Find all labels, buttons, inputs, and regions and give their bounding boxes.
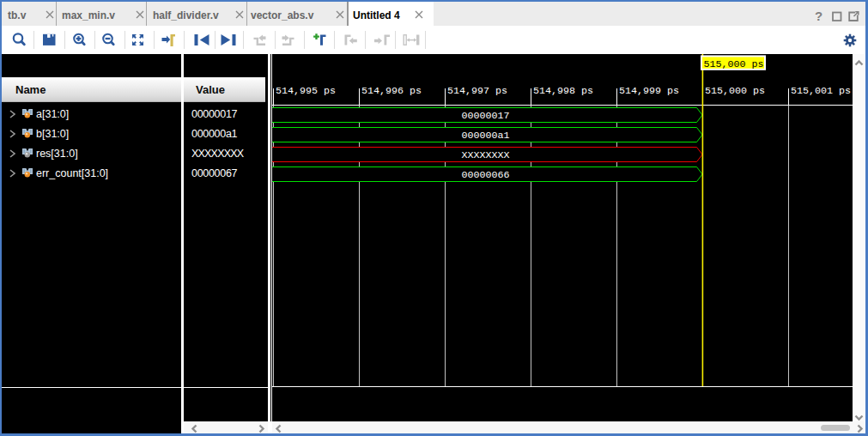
svg-text:515,001 ps: 515,001 ps [791, 85, 851, 97]
svg-text:514,998 ps: 514,998 ps [533, 85, 593, 97]
svg-text:514,996 ps: 514,996 ps [361, 85, 422, 97]
svg-text:514,997 ps: 514,997 ps [447, 85, 507, 97]
svg-text:515,000 ps: 515,000 ps [704, 58, 764, 70]
svg-text:515,000 ps: 515,000 ps [705, 85, 765, 97]
svg-text:514,999 ps: 514,999 ps [619, 85, 679, 97]
svg-text:00000066: 00000066 [461, 169, 509, 181]
svg-text:XXXXXXXX: XXXXXXXX [461, 149, 509, 161]
svg-text:000000a1: 000000a1 [461, 130, 509, 142]
svg-text:00000017: 00000017 [461, 110, 509, 122]
svg-text:514,995 ps: 514,995 ps [276, 85, 336, 97]
